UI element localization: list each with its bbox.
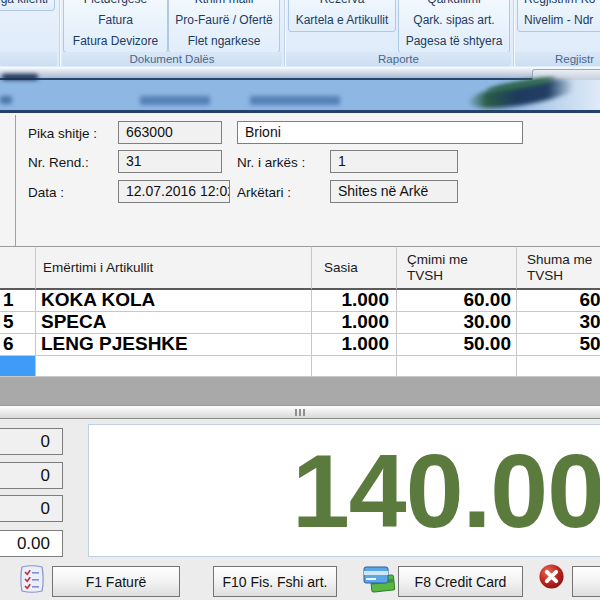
ribbon-item-flet-ngarkese[interactable]: Flet ngarkese [169, 31, 279, 52]
nr-arkes-field[interactable]: 1 [330, 150, 458, 173]
cell-qty[interactable]: 1.000 [312, 334, 397, 356]
cell-qty[interactable]: 1.000 [312, 290, 397, 312]
cell-price[interactable]: 50.00 [397, 334, 517, 356]
ribbon-column-dokument-1: Fletdërgesë Fatura Fatura Devizore [63, 0, 168, 53]
counter-field-1[interactable]: 0 [0, 428, 63, 455]
pika-shitje-name-field[interactable]: Brioni [237, 121, 523, 144]
data-label: Data : [28, 181, 64, 204]
company-banner [0, 80, 600, 113]
ribbon-item-nivelim[interactable]: Nivelim - Ndr [518, 10, 600, 31]
cell-item-name[interactable]: SPECA [36, 312, 312, 334]
ribbon-item-qark-sipas-art[interactable]: Qark. sipas art. [399, 10, 509, 31]
splitter-grip-icon [295, 409, 297, 416]
cell-item-name[interactable]: LENG PJESHKE [36, 334, 312, 356]
f1-fature-button[interactable]: F1 Faturë [52, 566, 180, 597]
grid-header-total[interactable]: Shuma me TVSH [517, 246, 600, 290]
cell-total-empty[interactable] [517, 356, 600, 377]
grid-header-total-label: Shuma me TVSH [527, 252, 600, 284]
cell-qty[interactable]: 1.000 [312, 312, 397, 334]
f8-credit-card-button[interactable]: F8 Credit Card [398, 566, 523, 597]
cell-total[interactable]: 60.00 [517, 290, 600, 312]
grand-total-value: 140.00 [292, 439, 600, 543]
counter-field-2[interactable]: 0 [0, 462, 63, 489]
ribbon-item-rezerva[interactable]: Rezerva [289, 0, 395, 10]
grid-header-row: Emërtimi i Artikullit Sasia Çmimi me TVS… [0, 246, 600, 290]
panel-border [15, 115, 16, 246]
cell-total[interactable]: 30.00 [517, 312, 600, 334]
cell-rownum[interactable]: 1 [0, 290, 36, 312]
pos-app-window: ga klienti Fletdërgesë Fatura Fatura Dev… [0, 0, 600, 600]
ribbon-group-divider [284, 0, 285, 66]
invoice-header-form: Pika shitje : 663000 Brioni Nr. Rend.: 3… [0, 113, 600, 246]
ribbon-item-kthim-malli[interactable]: Kthim malli [169, 0, 279, 10]
ribbon-item-pro-faure-oferte[interactable]: Pro-Faurë / Ofertë [169, 10, 279, 31]
cell-rownum[interactable]: 5 [0, 312, 36, 334]
cell-rownum[interactable]: 6 [0, 334, 36, 356]
arketari-label: Arkëtari : [237, 181, 291, 204]
grid-header-name-label: Emërtimi i Artikullit [43, 260, 153, 275]
cell-total[interactable]: 50.00 [517, 334, 600, 356]
cell-item-name-empty[interactable] [36, 356, 312, 377]
ribbon-item-kartela-artikullit[interactable]: Kartela e Artikullit [289, 10, 395, 31]
grid-header-qty-label: Sasia [324, 260, 358, 275]
ribbon-item-qarkullimi[interactable]: Qarkullimi [399, 0, 509, 10]
ribbon-group-divider [59, 0, 60, 66]
items-grid-table: Emërtimi i Artikullit Sasia Çmimi me TVS… [0, 246, 600, 377]
grid-header-price[interactable]: Çmimi me TVSH [397, 246, 517, 290]
cell-price[interactable]: 30.00 [397, 312, 517, 334]
window-chrome-bar [0, 67, 600, 80]
credit-card-icon[interactable] [362, 563, 396, 595]
ribbon-group-label-regjistrim: Regjistr [515, 52, 600, 66]
ribbon-item-partial-klienti[interactable]: ga klienti [0, 0, 54, 10]
ribbon-group-divider [513, 0, 514, 66]
ribbon-partial-group: ga klienti [0, 0, 55, 11]
nr-rend-label: Nr. Rend.: [28, 151, 89, 174]
redacted-text [0, 96, 12, 104]
redacted-text [250, 96, 340, 105]
ribbon-item-fatura-devizore[interactable]: Fatura Devizore [64, 31, 167, 52]
ribbon-column-raporte-2: Qarkullimi Qark. sipas art. Pagesa të sh… [398, 0, 510, 53]
ribbon-group-label-dokument-dales: Dokument Dalës [62, 52, 282, 66]
data-field[interactable]: 12.07.2016 12:02 [118, 180, 230, 203]
cancel-icon[interactable] [538, 563, 565, 590]
grid-header-price-label: Çmimi me TVSH [407, 252, 487, 284]
splitter-grip-icon [303, 409, 305, 416]
cell-qty-empty[interactable] [312, 356, 397, 377]
grid-row-new-empty[interactable] [0, 356, 600, 377]
arketari-field[interactable]: Shites në Arkë [330, 180, 458, 203]
partial-button[interactable] [572, 566, 600, 597]
selected-row-indicator[interactable] [0, 356, 36, 377]
grid-header-name[interactable]: Emërtimi i Artikullit [36, 246, 312, 290]
redacted-text [140, 96, 210, 105]
grid-header-qty[interactable]: Sasia [312, 246, 397, 290]
pika-shitje-label: Pika shitje : [28, 122, 97, 145]
grid-row[interactable]: 1 KOKA KOLA 1.000 60.00 60.00 [0, 290, 600, 312]
ribbon-group-strip [0, 52, 57, 66]
redacted-text [2, 74, 38, 80]
cell-price-empty[interactable] [397, 356, 517, 377]
ribbon-column-raporte-1: Rezerva Kartela e Artikullit [288, 0, 396, 32]
f10-fshi-art-button[interactable]: F10 Fis. Fshi art. [213, 566, 337, 597]
ribbon-item-fletdergese[interactable]: Fletdërgesë [64, 0, 167, 10]
ribbon-item-regjistrim[interactable]: Regjistrim Ko [518, 0, 600, 10]
amount-field[interactable]: 0.00 [0, 530, 63, 557]
cell-item-name[interactable]: KOKA KOLA [36, 290, 312, 312]
splitter-grip-icon [299, 409, 301, 416]
ribbon-item-pagesa-te-shtyera[interactable]: Pagesa të shtyera [399, 31, 509, 52]
pika-shitje-code-field[interactable]: 663000 [118, 121, 222, 144]
ribbon-group-label-raporte: Raporte [286, 52, 511, 66]
document-checklist-icon[interactable] [18, 564, 46, 594]
cell-price[interactable]: 60.00 [397, 290, 517, 312]
ribbon-column-regjistrim: Regjistrim Ko Nivelim - Ndr [517, 0, 600, 32]
grid-header-rownum[interactable] [0, 246, 36, 290]
grid-row[interactable]: 5 SPECA 1.000 30.00 30.00 [0, 312, 600, 334]
ribbon-toolbar: ga klienti Fletdërgesë Fatura Fatura Dev… [0, 0, 600, 67]
ribbon-column-dokument-2: Kthim malli Pro-Faurë / Ofertë Flet ngar… [168, 0, 280, 53]
nr-arkes-label: Nr. i arkës : [237, 151, 305, 174]
horizontal-splitter[interactable] [0, 405, 600, 419]
counter-field-3[interactable]: 0 [0, 495, 63, 522]
ribbon-item-fatura[interactable]: Fatura [64, 10, 167, 31]
grand-total-display: 140.00 [88, 424, 600, 557]
nr-rend-field[interactable]: 31 [118, 150, 222, 173]
grid-row[interactable]: 6 LENG PJESHKE 1.000 50.00 50.00 [0, 334, 600, 356]
